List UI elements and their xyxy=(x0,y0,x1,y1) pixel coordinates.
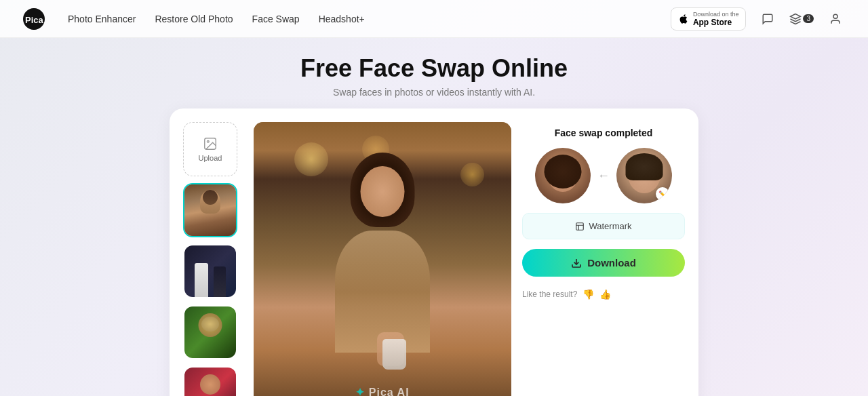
source-face xyxy=(535,148,591,203)
chat-icon xyxy=(762,13,774,25)
notification-button[interactable]: 3 xyxy=(789,13,814,25)
nav: Photo Enhancer Restore Old Photo Face Sw… xyxy=(68,14,671,24)
app-store-main-text: App Store xyxy=(693,18,739,27)
swap-status: Face swap completed xyxy=(522,127,685,138)
edit-badge[interactable]: ✏️ xyxy=(656,187,669,201)
app-store-small-text: Download on the xyxy=(693,11,739,18)
watermark-text: ✦ Pica AI xyxy=(355,386,409,396)
nav-face-swap[interactable]: Face Swap xyxy=(252,14,300,24)
nav-restore-old-photo[interactable]: Restore Old Photo xyxy=(155,14,233,24)
left-panel: Upload xyxy=(183,122,243,396)
user-icon xyxy=(829,13,842,25)
chat-button[interactable] xyxy=(757,8,778,30)
main-card: Upload xyxy=(170,108,698,396)
thumbnail-1[interactable] xyxy=(183,183,237,237)
main-photo-area: ✦ Pica AI xyxy=(254,122,511,396)
arrow-icon: ← xyxy=(597,169,610,183)
svg-point-3 xyxy=(833,14,837,18)
user-button[interactable] xyxy=(825,8,846,30)
upload-icon xyxy=(203,136,218,151)
page-subtitle: Swap faces in photos or videos instantly… xyxy=(0,87,868,98)
layers-icon xyxy=(789,13,802,25)
nav-photo-enhancer[interactable]: Photo Enhancer xyxy=(68,14,136,24)
upload-button[interactable]: Upload xyxy=(183,122,237,176)
watermark-btn-label: Watermark xyxy=(589,221,631,231)
watermark-icon xyxy=(575,222,585,231)
thumbnail-4[interactable] xyxy=(183,366,237,396)
like-label: Like the result? xyxy=(522,290,577,299)
main-content: Upload xyxy=(0,108,868,396)
dislike-button[interactable]: 👎 xyxy=(583,289,594,300)
watermark-button[interactable]: Watermark xyxy=(522,213,685,239)
header-right: Download on the App Store 3 xyxy=(671,7,846,31)
svg-rect-6 xyxy=(576,222,584,230)
faces-comparison: ← ✏️ xyxy=(522,148,685,203)
logo[interactable]: Pica xyxy=(22,7,46,31)
thumbnail-3[interactable] xyxy=(183,305,237,359)
apple-icon xyxy=(678,14,689,24)
header: Pica Photo Enhancer Restore Old Photo Fa… xyxy=(0,0,868,38)
right-panel: Face swap completed ← ✏️ xyxy=(522,122,685,396)
like-section: Like the result? 👎 👍 xyxy=(522,289,685,300)
download-icon xyxy=(571,258,582,269)
svg-text:Pica: Pica xyxy=(25,15,44,25)
upload-label: Upload xyxy=(199,154,222,162)
nav-headshot-plus[interactable]: Headshot+ xyxy=(319,14,365,24)
notification-count: 3 xyxy=(803,14,814,23)
download-button[interactable]: Download xyxy=(522,249,685,277)
app-store-button[interactable]: Download on the App Store xyxy=(671,7,747,31)
like-button[interactable]: 👍 xyxy=(599,289,611,300)
hero-section: Free Face Swap Online Swap faces in phot… xyxy=(0,38,868,108)
result-face: ✏️ xyxy=(616,148,672,203)
page-title: Free Face Swap Online xyxy=(0,54,868,83)
svg-point-5 xyxy=(207,140,209,142)
download-btn-label: Download xyxy=(587,257,636,269)
thumbnail-2[interactable] xyxy=(183,244,237,298)
svg-marker-2 xyxy=(791,14,801,19)
